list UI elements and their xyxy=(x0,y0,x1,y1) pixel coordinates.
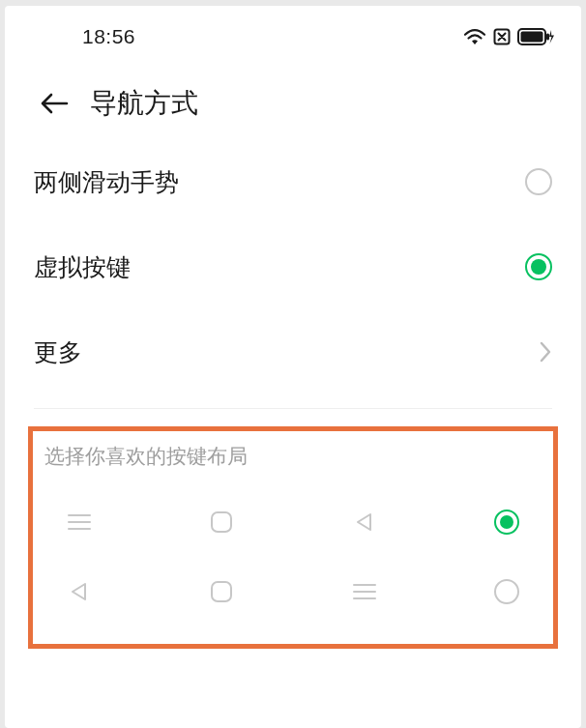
menu-icon xyxy=(60,514,99,530)
key-layout-option-1[interactable] xyxy=(43,487,543,557)
option-label: 更多 xyxy=(34,336,82,368)
divider xyxy=(34,408,552,409)
page-header: 导航方式 xyxy=(5,56,581,139)
radio-off-icon xyxy=(525,168,552,195)
home-square-icon xyxy=(202,511,241,533)
chevron-right-icon xyxy=(539,340,552,364)
svg-rect-3 xyxy=(546,34,549,41)
back-triangle-icon xyxy=(345,510,384,534)
status-bar: 18:56 xyxy=(5,17,581,56)
status-icons xyxy=(463,27,554,46)
page-title: 导航方式 xyxy=(90,85,198,122)
screen: 18:56 xyxy=(5,6,581,728)
radio-off-icon xyxy=(487,579,526,604)
status-time: 18:56 xyxy=(82,25,135,48)
back-triangle-icon xyxy=(60,580,99,603)
menu-icon xyxy=(345,584,384,599)
option-more[interactable]: 更多 xyxy=(34,309,552,394)
back-icon[interactable] xyxy=(40,92,69,115)
key-layout-option-2[interactable] xyxy=(43,557,543,626)
svg-rect-2 xyxy=(521,32,543,43)
option-label: 两侧滑动手势 xyxy=(34,166,179,198)
no-sim-icon xyxy=(492,27,512,46)
option-virtual-keys[interactable]: 虚拟按键 xyxy=(34,224,552,309)
key-layout-caption: 选择你喜欢的按键布局 xyxy=(43,443,543,470)
key-layout-section: 选择你喜欢的按键布局 xyxy=(28,426,558,649)
home-square-icon xyxy=(202,581,241,602)
option-label: 虚拟按键 xyxy=(34,251,131,283)
navigation-mode-list: 两侧滑动手势 虚拟按键 更多 xyxy=(5,139,581,409)
wifi-icon xyxy=(463,28,486,45)
battery-charging-icon xyxy=(517,28,554,45)
radio-on-icon xyxy=(487,510,526,535)
radio-on-icon xyxy=(525,253,552,280)
option-gesture[interactable]: 两侧滑动手势 xyxy=(34,139,552,224)
